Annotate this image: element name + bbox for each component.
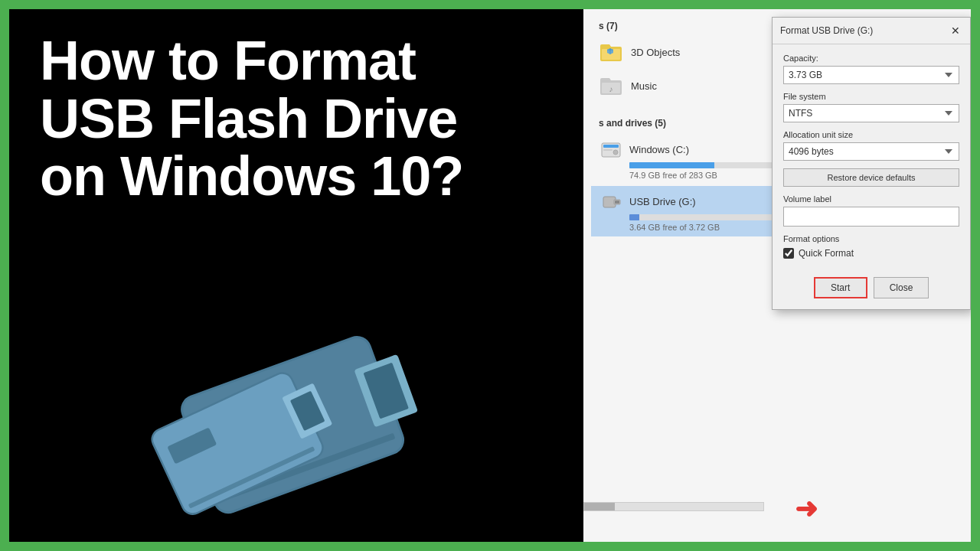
- music-label: Music: [631, 80, 657, 92]
- title-line3: on Windows 10?: [40, 145, 463, 207]
- right-panel: s (7) 3D Obje: [583, 9, 971, 542]
- folder-3d-icon: [599, 41, 623, 63]
- filesystem-dropdown[interactable]: NTFS: [783, 104, 959, 122]
- main-content: How to Format USB Flash Drive on Windows…: [9, 9, 971, 542]
- quick-format-row: Quick Format: [783, 248, 959, 259]
- dialog-footer: Start Close: [773, 268, 970, 309]
- volume-label-input[interactable]: [783, 207, 959, 227]
- allocation-label: Allocation unit size: [783, 130, 959, 139]
- capacity-label: Capacity:: [783, 54, 959, 63]
- quick-format-checkbox[interactable]: [783, 248, 794, 259]
- allocation-dropdown[interactable]: 4096 bytes: [783, 142, 959, 161]
- title-line2: USB Flash Drive: [40, 88, 457, 149]
- restore-defaults-button[interactable]: Restore device defaults: [783, 168, 959, 187]
- drive-c-icon: [599, 139, 623, 160]
- svg-rect-19: [603, 145, 619, 148]
- arrow-indicator: ➜: [795, 493, 818, 525]
- dialog-close-button[interactable]: ✕: [949, 24, 962, 37]
- left-panel: How to Format USB Flash Drive on Windows…: [9, 9, 583, 542]
- start-button[interactable]: Start: [814, 277, 867, 298]
- svg-rect-24: [615, 201, 619, 204]
- folder-music-icon: ♪: [599, 75, 623, 96]
- usb-illustration: [86, 312, 453, 527]
- svg-text:♪: ♪: [609, 85, 613, 93]
- drive-c-bar-fill: [629, 162, 714, 168]
- capacity-dropdown[interactable]: 3.73 GB: [783, 66, 959, 84]
- format-options-label: Format options: [783, 234, 959, 243]
- tutorial-title: How to Format USB Flash Drive on Windows…: [40, 32, 553, 206]
- filesystem-label: File system: [783, 92, 959, 101]
- scroll-thumb[interactable]: [584, 503, 615, 510]
- dialog-body: Capacity: 3.73 GB File system NTFS Alloc…: [773, 44, 970, 268]
- outer-border: How to Format USB Flash Drive on Windows…: [5, 5, 975, 546]
- drive-g-bar-fill: [629, 214, 639, 220]
- close-button[interactable]: Close: [874, 277, 929, 298]
- 3dobjects-label: 3D Objects: [631, 47, 680, 58]
- dialog-titlebar: Format USB Drive (G:) ✕: [773, 18, 970, 44]
- volume-label-label: Volume label: [783, 194, 959, 204]
- title-line1: How to Format: [40, 30, 416, 91]
- format-dialog: Format USB Drive (G:) ✕ Capacity: 3.73 G…: [772, 17, 971, 310]
- drive-g-name: USB Drive (G:): [629, 196, 696, 207]
- drive-c-name: Windows (C:): [629, 144, 689, 155]
- quick-format-label: Quick Format: [799, 248, 854, 259]
- svg-point-20: [613, 150, 618, 155]
- dialog-title: Format USB Drive (G:): [780, 25, 873, 36]
- svg-rect-21: [603, 149, 612, 151]
- drive-g-icon: [599, 191, 623, 212]
- horizontal-scrollbar[interactable]: [583, 502, 764, 511]
